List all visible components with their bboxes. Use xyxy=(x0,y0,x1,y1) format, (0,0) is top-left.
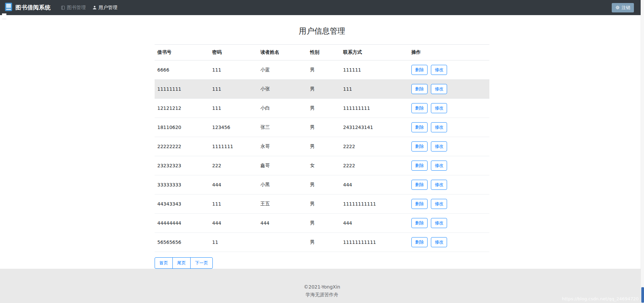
cell-actions: 删除 修改 xyxy=(409,118,489,137)
column-header: 操作 xyxy=(409,45,489,60)
cell-reader-name: 小白 xyxy=(258,99,307,118)
main-nav: 图书管理 用户管理 xyxy=(61,5,117,11)
nav-item-label: 图书管理 xyxy=(67,5,86,11)
table-header-row: 借书号密码读者姓名性别联系方式操作 xyxy=(155,45,489,60)
scrollbar-thumb[interactable] xyxy=(641,287,644,303)
table-row: 44343343 111 王五 男 11111111111 删除 修改 xyxy=(155,194,489,214)
table-row: 18110620 123456 张三 男 2431243141 删除 修改 xyxy=(155,118,489,137)
cell-reader-name: 张三 xyxy=(258,118,307,137)
cell-actions: 删除 修改 xyxy=(409,175,489,194)
column-header: 性别 xyxy=(307,45,340,60)
user-table-body: 6666 111 小蓝 男 111111 删除 修改 11111111 111 … xyxy=(155,60,489,252)
cell-borrow-id: 33333333 xyxy=(155,175,209,194)
cell-contact: 111111111 xyxy=(340,99,409,118)
cell-actions: 删除 修改 xyxy=(409,137,489,156)
cell-borrow-id: 11111111 xyxy=(155,80,209,99)
column-header: 密码 xyxy=(209,45,257,60)
cell-actions: 删除 修改 xyxy=(409,80,489,99)
copyright-text: ©2021-YongXin xyxy=(0,284,644,290)
cell-reader-name: 永哥 xyxy=(258,137,307,156)
first-page-button[interactable]: 首页 xyxy=(155,257,173,269)
nav-item-books[interactable]: 图书管理 xyxy=(61,5,86,11)
table-row: 23232323 222 鑫哥 女 2222 删除 修改 xyxy=(155,156,489,175)
book-logo-icon xyxy=(5,2,12,13)
table-row: 44444444 444 444 男 444 删除 修改 xyxy=(155,214,489,233)
cell-gender: 男 xyxy=(307,194,340,214)
cell-contact: 2222 xyxy=(340,137,409,156)
logout-button[interactable]: 注销 xyxy=(612,3,634,12)
edit-button[interactable]: 修改 xyxy=(431,84,447,94)
delete-button[interactable]: 删除 xyxy=(411,122,428,132)
scroll-artifact xyxy=(2,13,6,19)
cell-actions: 删除 修改 xyxy=(409,60,489,80)
pagination: 首页 尾页 下一页 xyxy=(155,257,213,269)
edit-button[interactable]: 修改 xyxy=(431,161,447,171)
table-row: 11111111 111 小张 男 111 删除 修改 xyxy=(155,80,489,99)
cell-contact: 2222 xyxy=(340,156,409,175)
cell-borrow-id: 18110620 xyxy=(155,118,209,137)
delete-button[interactable]: 删除 xyxy=(411,103,428,113)
cell-actions: 删除 修改 xyxy=(409,233,489,252)
cell-gender: 男 xyxy=(307,233,340,252)
cell-actions: 删除 修改 xyxy=(409,99,489,118)
cell-gender: 男 xyxy=(307,80,340,99)
column-header: 读者姓名 xyxy=(258,45,307,60)
cell-reader-name: 小蓝 xyxy=(258,60,307,80)
top-navbar: 图书借阅系统 图书管理 用户管理 xyxy=(0,0,644,15)
edit-button[interactable]: 修改 xyxy=(431,65,447,75)
cell-password: 11 xyxy=(209,233,257,252)
cell-contact: 11111111111 xyxy=(340,233,409,252)
delete-button[interactable]: 删除 xyxy=(411,141,428,152)
delete-button[interactable]: 删除 xyxy=(411,237,428,247)
cell-password: 111 xyxy=(209,80,257,99)
edit-button[interactable]: 修改 xyxy=(431,180,447,190)
cell-gender: 男 xyxy=(307,137,340,156)
cell-borrow-id: 23232323 xyxy=(155,156,209,175)
cell-reader-name: 王五 xyxy=(258,194,307,214)
brand[interactable]: 图书借阅系统 xyxy=(5,2,51,13)
cell-password: 111 xyxy=(209,99,257,118)
book-icon xyxy=(61,5,65,10)
table-row: 33333333 444 小黑 男 444 删除 修改 xyxy=(155,175,489,194)
cell-contact: 11111111111 xyxy=(340,194,409,214)
edit-button[interactable]: 修改 xyxy=(431,237,447,247)
gear-icon xyxy=(615,5,620,10)
cell-reader-name: 444 xyxy=(258,214,307,233)
user-table: 借书号密码读者姓名性别联系方式操作 6666 111 小蓝 男 111111 删… xyxy=(155,44,489,252)
edit-button[interactable]: 修改 xyxy=(431,218,447,228)
cell-borrow-id: 6666 xyxy=(155,60,209,80)
cell-password: 1111111 xyxy=(209,137,257,156)
cell-actions: 删除 修改 xyxy=(409,156,489,175)
cell-password: 444 xyxy=(209,214,257,233)
edit-button[interactable]: 修改 xyxy=(431,199,447,209)
cell-contact: 2431243141 xyxy=(340,118,409,137)
cell-gender: 男 xyxy=(307,118,340,137)
cell-borrow-id: 44343343 xyxy=(155,194,209,214)
table-row: 22222222 1111111 永哥 男 2222 删除 修改 xyxy=(155,137,489,156)
delete-button[interactable]: 删除 xyxy=(411,180,428,190)
scrollbar[interactable] xyxy=(641,0,644,303)
edit-button[interactable]: 修改 xyxy=(431,103,447,113)
last-page-button[interactable]: 尾页 xyxy=(172,257,191,269)
delete-button[interactable]: 删除 xyxy=(411,199,428,209)
cell-contact: 444 xyxy=(340,175,409,194)
delete-button[interactable]: 删除 xyxy=(411,161,428,171)
delete-button[interactable]: 删除 xyxy=(411,218,428,228)
nav-item-users[interactable]: 用户管理 xyxy=(92,5,117,11)
delete-button[interactable]: 删除 xyxy=(411,65,428,75)
logout-label: 注销 xyxy=(621,5,630,11)
edit-button[interactable]: 修改 xyxy=(431,141,447,152)
cell-borrow-id: 12121212 xyxy=(155,99,209,118)
cell-borrow-id: 56565656 xyxy=(155,233,209,252)
cell-password: 111 xyxy=(209,194,257,214)
page-footer: ©2021-YongXin 学海无涯苦作舟 https://blog.csdn.… xyxy=(0,269,644,303)
cell-contact: 111111 xyxy=(340,60,409,80)
cell-actions: 删除 修改 xyxy=(409,214,489,233)
cell-contact: 111 xyxy=(340,80,409,99)
cell-borrow-id: 22222222 xyxy=(155,137,209,156)
next-page-button[interactable]: 下一页 xyxy=(190,257,213,269)
table-row: 56565656 11 男 11111111111 删除 修改 xyxy=(155,233,489,252)
cell-gender: 男 xyxy=(307,60,340,80)
delete-button[interactable]: 删除 xyxy=(411,84,428,94)
edit-button[interactable]: 修改 xyxy=(431,122,447,132)
